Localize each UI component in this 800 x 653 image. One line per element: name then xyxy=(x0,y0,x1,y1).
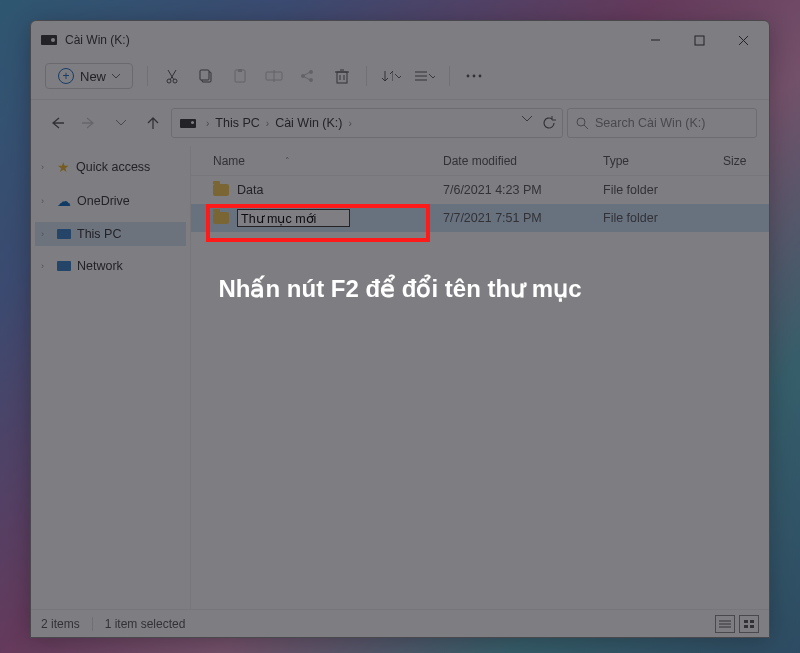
dim-overlay xyxy=(0,0,800,653)
instruction-text: Nhấn nút F2 để đổi tên thư mục xyxy=(0,275,800,303)
